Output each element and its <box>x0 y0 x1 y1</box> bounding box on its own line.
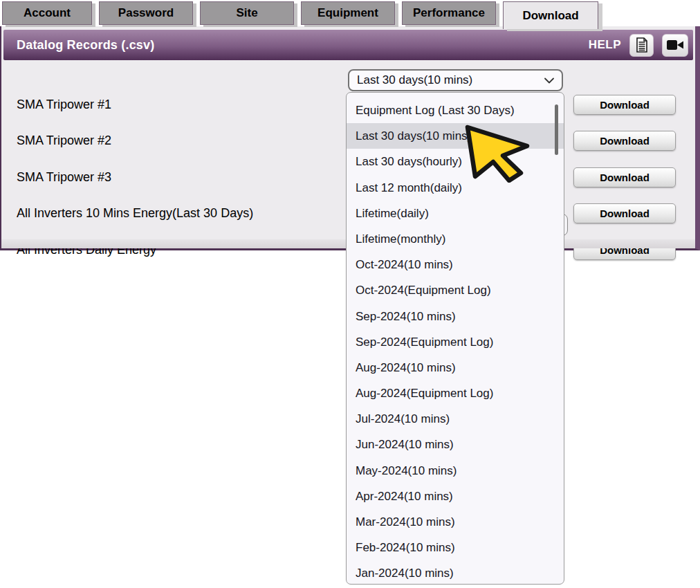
tab-performance[interactable]: Performance <box>402 1 496 25</box>
period-dropdown: Equipment Log (Last 30 Days) Last 30 day… <box>346 92 564 585</box>
download-button[interactable]: Download <box>573 167 676 187</box>
tab-bar: Account Password Site Equipment Performa… <box>2 1 598 29</box>
tab-download[interactable]: Download <box>503 1 598 29</box>
dropdown-option[interactable]: Jun-2024(10 mins) <box>347 432 564 457</box>
download-button[interactable]: Download <box>573 95 676 115</box>
dropdown-option[interactable]: Equipment Log (Last 30 Days) <box>347 98 564 123</box>
dropdown-scrollbar[interactable] <box>555 104 558 155</box>
help-link[interactable]: HELP <box>589 38 621 52</box>
dropdown-option[interactable]: Mar-2024(10 mins) <box>347 509 564 535</box>
dropdown-option[interactable]: Apr-2024(10 mins) <box>347 484 564 509</box>
download-page: Account Password Site Equipment Performa… <box>0 0 700 588</box>
dropdown-option[interactable]: May-2024(10 mins) <box>347 458 564 484</box>
period-select[interactable]: Last 30 days(10 mins) <box>348 69 563 91</box>
download-button[interactable]: Download <box>573 203 676 223</box>
dropdown-option[interactable]: Jan-2024(10 mins) <box>347 560 564 586</box>
dropdown-option[interactable]: Last 12 month(daily) <box>347 175 564 201</box>
document-icon[interactable] <box>629 34 654 57</box>
dropdown-option[interactable]: Sep-2024(10 mins) <box>347 304 564 329</box>
dropdown-option[interactable]: Aug-2024(10 mins) <box>347 355 564 380</box>
row-label: SMA Tripower #2 <box>17 134 111 148</box>
row-label: All Inverters 10 Mins Energy(Last 30 Day… <box>17 206 253 221</box>
dropdown-option[interactable]: Jul-2024(10 mins) <box>347 406 564 432</box>
dropdown-option[interactable]: Lifetime(monthly) <box>347 226 564 252</box>
dropdown-option[interactable]: Sep-2024(Equipment Log) <box>347 329 564 355</box>
download-button[interactable]: Download <box>573 131 676 151</box>
dropdown-option-highlighted[interactable]: Last 30 days(10 mins) <box>347 123 564 149</box>
tab-password[interactable]: Password <box>99 1 193 25</box>
tab-equipment[interactable]: Equipment <box>301 1 395 25</box>
dropdown-option[interactable]: Last 30 days(hourly) <box>347 149 564 174</box>
panel-header: Datalog Records (.csv) HELP <box>3 30 693 60</box>
tab-site[interactable]: Site <box>200 1 294 25</box>
row-label: SMA Tripower #1 <box>17 98 111 112</box>
chevron-down-icon <box>544 77 554 84</box>
period-select-value: Last 30 days(10 mins) <box>349 73 544 87</box>
video-camera-icon[interactable] <box>662 34 688 57</box>
row-label: SMA Tripower #3 <box>17 170 111 185</box>
dropdown-option[interactable]: Oct-2024(10 mins) <box>347 252 564 277</box>
tab-account[interactable]: Account <box>2 1 92 25</box>
dropdown-option[interactable]: Oct-2024(Equipment Log) <box>347 277 564 303</box>
dropdown-option[interactable]: Feb-2024(10 mins) <box>347 535 564 560</box>
dropdown-option[interactable]: Lifetime(daily) <box>347 201 564 226</box>
page-title: Datalog Records (.csv) <box>3 38 154 53</box>
dropdown-option[interactable]: Aug-2024(Equipment Log) <box>347 380 564 406</box>
